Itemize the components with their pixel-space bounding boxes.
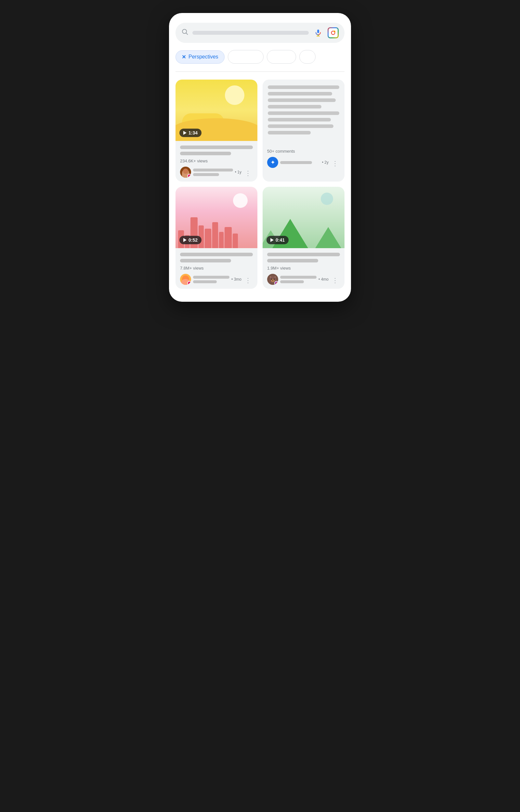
title-line-4a: [267, 253, 340, 256]
title-line-2: [180, 152, 231, 155]
card-3-thumbnail: 0:52: [176, 187, 257, 248]
mic-icon[interactable]: [313, 27, 324, 38]
avatar-4: 🐻 ⚡: [267, 274, 278, 285]
svg-line-1: [186, 33, 187, 34]
more-button-4[interactable]: ⋮: [331, 276, 340, 285]
filter-chip-4[interactable]: [299, 50, 316, 64]
card-4-body: 1.9M+ views 🐻 ⚡ • 4mo ⋮: [263, 248, 344, 289]
lens-icon[interactable]: [328, 27, 339, 38]
svg-rect-2: [317, 30, 319, 33]
search-icon: [181, 28, 188, 37]
card-1-views: 234.6K+ views: [180, 159, 253, 163]
duration-badge-4: 0:41: [266, 236, 289, 244]
card-2-thumbnail: [263, 80, 344, 141]
time-ago-1: • 1y: [235, 170, 241, 174]
time-ago-3: • 3mo: [231, 277, 241, 282]
filter-chip-2[interactable]: [228, 50, 264, 64]
avatar-btn-2: ✦: [267, 157, 278, 168]
lightning-badge: ⚡: [274, 281, 278, 285]
card-4[interactable]: 0:41 1.9M+ views 🐻 ⚡: [263, 187, 344, 289]
card-2[interactable]: 50+ comments ✦ • 2y ⋮: [263, 80, 344, 181]
footer-lines-1: [193, 169, 233, 176]
avatar-3: [180, 274, 191, 285]
title-line-3b: [180, 259, 231, 262]
footer-line-2a: [280, 161, 312, 164]
more-button-1[interactable]: ⋮: [243, 169, 253, 178]
chip-label: Perspectives: [188, 54, 218, 60]
footer-lines-4: [280, 276, 316, 283]
card-2-comments: 50+ comments: [267, 149, 340, 153]
duration-badge-1: 1:34: [179, 129, 202, 137]
card-4-thumbnail: 0:41: [263, 187, 344, 248]
card-grid: 1:34 234.6K+ views • 1y ⋮: [176, 80, 344, 289]
svg-point-7: [334, 31, 335, 32]
card-3[interactable]: 0:52 7.8M+ views • 3mo: [176, 187, 257, 289]
phone-frame: ✕ Perspectives 1:34: [169, 13, 351, 302]
card-3-views: 7.8M+ views: [180, 266, 253, 271]
card-4-footer: 🐻 ⚡ • 4mo ⋮: [267, 274, 340, 285]
title-line-3a: [180, 253, 253, 256]
footer-line-4b: [280, 280, 304, 283]
more-button-3[interactable]: ⋮: [243, 276, 253, 285]
duration-badge-3: 0:52: [179, 236, 202, 244]
avatar-1: [180, 167, 191, 178]
time-ago-2: • 2y: [322, 160, 329, 165]
play-icon: [183, 131, 186, 135]
star-icon: ✦: [270, 159, 275, 166]
search-input[interactable]: [192, 31, 309, 35]
title-line-4b: [267, 259, 318, 262]
card-3-body: 7.8M+ views • 3mo ⋮: [176, 248, 257, 289]
title-line-1: [180, 145, 253, 149]
card-3-footer: • 3mo ⋮: [180, 274, 253, 285]
footer-line-1b: [193, 173, 219, 176]
close-icon[interactable]: ✕: [182, 54, 186, 60]
card-2-footer: ✦ • 2y ⋮: [267, 157, 340, 168]
footer-line-4a: [280, 276, 316, 279]
footer-line-1a: [193, 169, 233, 171]
time-ago-4: • 4mo: [318, 277, 329, 282]
heart-badge-3: [187, 281, 191, 285]
play-icon-4: [270, 238, 274, 242]
filter-chip-3[interactable]: [267, 50, 296, 64]
footer-lines-3: [193, 276, 230, 283]
perspectives-chip[interactable]: ✕ Perspectives: [176, 50, 225, 64]
footer-line-3b: [193, 280, 217, 283]
more-button-2[interactable]: ⋮: [331, 159, 340, 168]
card-1[interactable]: 1:34 234.6K+ views • 1y ⋮: [176, 80, 257, 181]
card-4-views: 1.9M+ views: [267, 266, 340, 271]
footer-line-3a: [193, 276, 230, 279]
card-2-body: 50+ comments ✦ • 2y ⋮: [263, 141, 344, 172]
play-icon-3: [183, 238, 186, 242]
card-1-body: 234.6K+ views • 1y ⋮: [176, 141, 257, 181]
search-bar[interactable]: [176, 23, 344, 43]
footer-lines-2: [280, 161, 320, 164]
card-1-thumbnail: 1:34: [176, 80, 257, 141]
filter-chips: ✕ Perspectives: [176, 50, 344, 64]
card-1-footer: • 1y ⋮: [180, 167, 253, 178]
heart-badge: [187, 174, 191, 178]
divider: [176, 72, 344, 72]
